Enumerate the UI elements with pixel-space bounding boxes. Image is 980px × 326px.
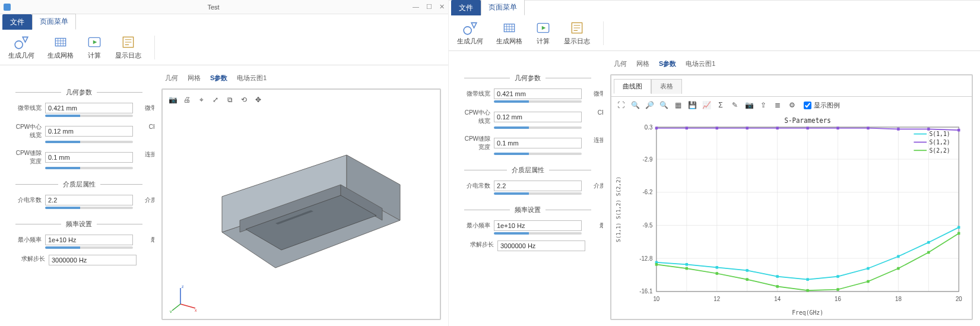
tab-page-menu[interactable]: 页面菜单 — [32, 14, 76, 30]
svg-text:10: 10 — [653, 296, 659, 302]
svg-rect-67 — [927, 241, 930, 244]
export-icon[interactable]: ⇪ — [757, 99, 769, 111]
svg-rect-85 — [806, 289, 808, 292]
viewport-3d[interactable]: 📷 🖨 ⌖ ⤢ ⧉ ⟲ ✥ — [161, 88, 441, 320]
param-conn_r: 连接器半径 — [592, 135, 603, 155]
line-style-icon[interactable]: 📈 — [700, 99, 712, 111]
svg-line-14 — [172, 304, 180, 311]
param-input-ms_width[interactable] — [494, 88, 582, 99]
viewtab-efield-r[interactable]: 电场云图1 — [684, 58, 716, 69]
param-slider[interactable] — [45, 141, 133, 143]
axis-gizmo-icon: x y z — [169, 283, 198, 313]
maximize-icon[interactable]: ☐ — [426, 3, 432, 11]
viewtab-sparam-r[interactable]: S参数 — [658, 58, 677, 69]
svg-rect-63 — [806, 278, 808, 281]
param-input-fmin[interactable] — [494, 220, 582, 231]
svg-rect-61 — [746, 269, 749, 272]
zoom-out-icon[interactable]: 🔍 — [658, 99, 670, 111]
svg-text:S(1,1): S(1,1) — [929, 131, 950, 137]
settings-icon[interactable]: ⚙ — [786, 99, 798, 111]
menu-tabs: 文件 页面菜单 — [0, 14, 448, 30]
param-label: 微带线宽 — [459, 90, 490, 98]
show-log-button[interactable]: 显示日志 — [113, 33, 144, 61]
gen-mesh-button-r[interactable]: 生成网格 — [494, 19, 525, 47]
target-icon[interactable]: ⌖ — [196, 94, 207, 105]
param-input-ms_width[interactable] — [45, 103, 133, 113]
param-slider[interactable] — [45, 167, 133, 169]
zoom-in-icon[interactable]: 🔍 — [629, 99, 641, 111]
svg-rect-59 — [686, 263, 688, 266]
sigma-icon[interactable]: Σ — [715, 99, 727, 111]
section-dielectric-r: 介质层属性 — [459, 166, 596, 175]
param-slider[interactable] — [494, 100, 582, 103]
compute-button[interactable]: 计算 — [84, 33, 104, 61]
param-cpw_gap: CPW缝隙宽度 — [11, 149, 133, 169]
svg-marker-20 — [471, 23, 477, 28]
edit-icon[interactable]: ✎ — [729, 99, 741, 111]
param-slider[interactable] — [45, 115, 133, 117]
fstep-input[interactable] — [49, 255, 137, 265]
param-slider[interactable] — [494, 192, 582, 195]
compute-button-r[interactable]: 计算 — [533, 19, 553, 47]
save-icon[interactable]: 💾 — [686, 99, 698, 111]
fstep-input-r[interactable] — [497, 240, 585, 251]
camera-icon[interactable]: 📷 — [167, 94, 178, 105]
param-label: CPW中心线宽 — [459, 109, 490, 125]
param-input-cpw_cw[interactable] — [45, 126, 133, 137]
param-slider[interactable] — [45, 246, 133, 249]
zoom-reset-icon[interactable]: 🔎 — [643, 99, 655, 111]
gen-geom-button-r[interactable]: 生成几何 — [455, 19, 486, 47]
svg-text:-16.1: -16.1 — [639, 288, 653, 295]
param-slider[interactable] — [494, 232, 582, 235]
main-area-right: 几何 网格 S参数 电场云图1 曲线图 表格 ⛶ 🔍 🔎 🔍 ▦ 💾 📈 — [603, 51, 980, 326]
param-label: CPW缝隙宽度 — [11, 149, 42, 166]
viewtab-efield[interactable]: 电场云图1 — [236, 72, 268, 84]
subtab-table[interactable]: 表格 — [651, 79, 682, 94]
zoom-extents-icon[interactable]: ⤢ — [210, 94, 221, 105]
mesh-icon — [53, 34, 68, 50]
minimize-icon[interactable]: — — [413, 3, 419, 11]
play-icon — [87, 34, 102, 50]
svg-text:12: 12 — [713, 296, 720, 302]
viewtab-mesh-r[interactable]: 网格 — [635, 58, 651, 69]
grid-icon[interactable]: ▦ — [672, 99, 684, 111]
param-slider[interactable] — [45, 207, 133, 209]
gen-mesh-button[interactable]: 生成网格 — [45, 33, 76, 61]
param-input-cpw_gap[interactable] — [45, 152, 133, 163]
viewtab-geom-r[interactable]: 几何 — [613, 58, 628, 69]
zoom-full-icon[interactable]: ⛶ — [615, 99, 627, 111]
param-label: 介质层厚度 — [592, 182, 603, 190]
snapshot-icon[interactable]: 📷 — [743, 99, 755, 111]
subtab-curve[interactable]: 曲线图 — [614, 79, 651, 94]
close-icon[interactable]: ✕ — [439, 3, 445, 11]
svg-text:S(1,2): S(1,2) — [929, 139, 950, 145]
zoom-box-icon[interactable]: ⧉ — [224, 94, 235, 105]
legend-checkbox[interactable] — [804, 102, 811, 109]
svg-rect-84 — [776, 285, 778, 288]
pan-icon[interactable]: ✥ — [253, 94, 264, 105]
param-slider[interactable] — [494, 126, 582, 129]
param-input-fmin[interactable] — [45, 235, 133, 245]
print-icon[interactable]: 🖨 — [182, 94, 192, 105]
tab-file-r[interactable]: 文件 — [451, 0, 481, 15]
param-input-eps[interactable] — [45, 195, 133, 205]
param-input-eps[interactable] — [494, 181, 582, 191]
menu-tabs-r: 文件 页面菜单 — [449, 0, 980, 15]
rotate-icon[interactable]: ⟲ — [239, 94, 249, 105]
param-label: 微带线厚度 — [592, 90, 603, 98]
param-input-cpw_gap[interactable] — [494, 138, 582, 148]
chart-area[interactable]: 0.3-2.9-6.2-9.5-12.8-16.1101214161820S-P… — [611, 113, 972, 319]
viewtab-mesh[interactable]: 网格 — [186, 72, 202, 84]
svg-rect-60 — [716, 266, 718, 269]
tab-page-menu-r[interactable]: 页面菜单 — [481, 0, 525, 15]
viewtab-sparam[interactable]: S参数 — [209, 72, 229, 84]
param-input-cpw_cw[interactable] — [494, 112, 582, 122]
gen-geom-button[interactable]: 生成几何 — [6, 33, 37, 61]
layers-icon[interactable]: ≣ — [772, 99, 784, 111]
legend-toggle[interactable]: 显示图例 — [804, 101, 840, 110]
tab-file[interactable]: 文件 — [2, 14, 32, 30]
param-slider[interactable] — [494, 153, 582, 155]
model-3d-icon — [186, 125, 424, 303]
viewtab-geom[interactable]: 几何 — [164, 72, 179, 84]
show-log-button-r[interactable]: 显示日志 — [562, 19, 592, 47]
